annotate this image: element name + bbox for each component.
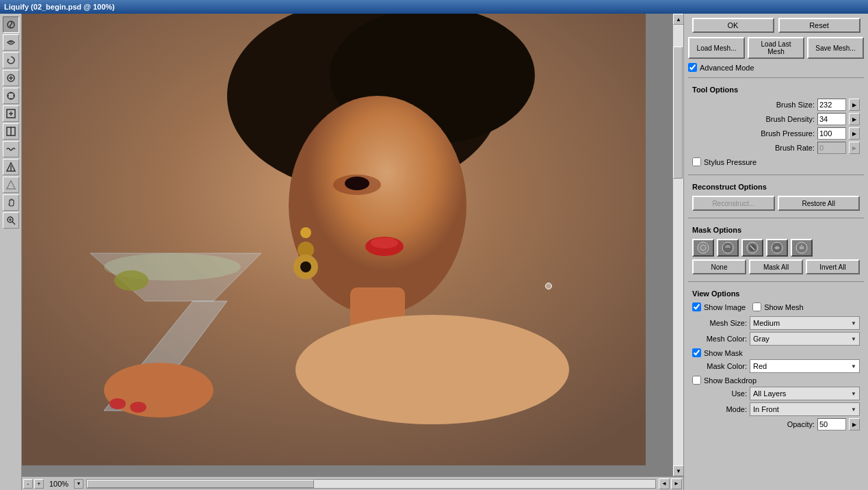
reset-button[interactable]: Reset (778, 18, 860, 33)
stylus-pressure-checkbox[interactable] (692, 157, 701, 166)
mask-icons-row (692, 239, 860, 257)
ok-button[interactable]: OK (692, 18, 774, 33)
scroll-thumb[interactable] (673, 47, 683, 179)
tool-pucker[interactable] (3, 70, 19, 86)
canvas-area: ▲ ▼ - + 100% ▾ ◄ ► (22, 14, 683, 490)
scroll-left-arrow[interactable]: ◄ (659, 478, 670, 489)
zoom-increase-btn[interactable]: + (34, 479, 44, 489)
view-options-content: Show Image Show Mesh Mesh Size: Medium ▼ (688, 300, 864, 435)
scroll-right-arrow[interactable]: ► (671, 478, 682, 489)
tool-bloat[interactable] (3, 88, 19, 104)
canvas-container[interactable] (22, 14, 672, 476)
mesh-buttons-row: Load Mesh... Load Last Mesh Save Mesh... (688, 37, 864, 59)
mask-all-button[interactable]: Mask All (749, 259, 803, 274)
mesh-size-value: Medium (753, 319, 780, 327)
zoom-decrease-btn[interactable]: - (23, 479, 33, 489)
show-mask-checkbox[interactable] (692, 348, 701, 357)
tool-turbulence[interactable] (3, 141, 19, 157)
brush-rate-input[interactable] (817, 142, 846, 154)
mask-icon-btn-1[interactable] (692, 239, 714, 257)
load-last-mesh-button[interactable]: Load Last Mesh (748, 37, 804, 59)
mode-dropdown[interactable]: In Front ▼ (750, 402, 860, 416)
mask-color-label: Mask Color: (699, 362, 747, 370)
mesh-color-row: Mesh Color: Gray ▼ (692, 332, 860, 346)
scroll-down-arrow[interactable]: ▼ (673, 465, 683, 476)
canvas-image[interactable] (22, 14, 646, 465)
mask-icon-btn-4[interactable] (766, 239, 788, 257)
brush-pressure-spinner[interactable]: ▶ (849, 127, 860, 140)
mask-icon-btn-3[interactable] (741, 239, 763, 257)
scroll-up-arrow[interactable]: ▲ (673, 14, 683, 25)
brush-pressure-label: Brush Pressure: (692, 129, 815, 138)
use-arrow: ▼ (851, 391, 856, 397)
brush-density-spinner[interactable]: ▶ (849, 113, 860, 125)
mesh-size-label: Mesh Size: (699, 319, 747, 327)
show-image-checkbox[interactable] (692, 302, 701, 311)
svg-marker-10 (7, 181, 15, 189)
opacity-label: Opacity: (692, 420, 815, 428)
ok-reset-row: OK Reset (688, 18, 864, 33)
mode-value: In Front (753, 405, 779, 413)
mask-color-dropdown[interactable]: Red ▼ (750, 359, 860, 373)
brush-rate-spinner[interactable]: ▶ (849, 142, 860, 154)
brush-pressure-input[interactable] (817, 127, 846, 140)
mask-color-row: Mask Color: Red ▼ (692, 359, 860, 373)
use-label: Use: (699, 389, 747, 398)
show-mesh-checkbox[interactable] (752, 302, 761, 311)
zoom-dropdown-btn[interactable]: ▾ (74, 479, 83, 489)
svg-point-28 (371, 237, 398, 248)
none-button[interactable]: None (692, 259, 746, 274)
stylus-pressure-row: Stylus Pressure (692, 156, 860, 168)
svg-point-35 (130, 402, 146, 413)
svg-point-20 (295, 315, 569, 424)
mask-options-content: None Mask All Invert All (688, 236, 864, 277)
tool-reconstruct[interactable] (3, 34, 19, 51)
tool-push-left[interactable] (3, 105, 19, 122)
brush-pressure-row: Brush Pressure: ▶ (692, 127, 860, 140)
mask-icon-btn-2[interactable] (717, 239, 739, 257)
brush-size-input[interactable] (817, 99, 846, 111)
show-mesh-row: Show Mesh (752, 302, 803, 311)
invert-all-button[interactable]: Invert All (806, 259, 860, 274)
mask-color-value: Red (753, 362, 767, 370)
tool-mirror[interactable] (3, 123, 19, 140)
h-scroll-thumb[interactable] (87, 480, 314, 488)
tool-options-section: Tool Options Brush Size: ▶ Brush Density… (688, 82, 864, 170)
separator-2 (688, 175, 864, 175)
tool-thaw-mask[interactable] (3, 177, 19, 193)
view-options-section: View Options Show Image Show Mesh Mesh S… (688, 286, 864, 435)
mesh-color-dropdown[interactable]: Gray ▼ (750, 332, 860, 346)
mesh-size-dropdown[interactable]: Medium ▼ (750, 316, 860, 330)
use-row: Use: All Layers ▼ (692, 387, 860, 400)
restore-all-button[interactable]: Restore All (778, 196, 860, 211)
tool-zoom[interactable] (3, 212, 19, 229)
mesh-color-arrow: ▼ (851, 336, 856, 342)
opacity-spinner[interactable]: ▶ (849, 418, 860, 430)
brush-density-input[interactable] (817, 113, 846, 125)
tool-freeze-mask[interactable] (3, 159, 19, 175)
advanced-mode-checkbox[interactable] (688, 63, 697, 72)
reconstruct-button[interactable]: Reconstruct... (692, 196, 775, 211)
scroll-track[interactable] (673, 25, 683, 465)
tool-twirl-cw[interactable] (3, 52, 19, 68)
svg-point-34 (109, 398, 126, 409)
horizontal-scrollbar[interactable] (86, 479, 656, 489)
use-dropdown[interactable]: All Layers ▼ (750, 387, 860, 400)
show-mask-label: Show Mask (704, 349, 743, 357)
mask-icon-btn-5[interactable] (791, 239, 813, 257)
mask-options-section: Mask Options (688, 222, 864, 277)
save-mesh-button[interactable]: Save Mesh... (807, 37, 864, 59)
opacity-input[interactable] (817, 418, 846, 430)
brush-size-spinner[interactable]: ▶ (849, 99, 860, 111)
mask-action-buttons: None Mask All Invert All (692, 259, 860, 274)
svg-point-26 (345, 177, 369, 190)
tool-warp[interactable] (3, 16, 19, 33)
svg-point-18 (289, 96, 466, 315)
brush-size-row: Brush Size: ▶ (692, 99, 860, 111)
vertical-scrollbar[interactable]: ▲ ▼ (672, 14, 683, 476)
use-value: All Layers (753, 389, 786, 398)
load-mesh-button[interactable]: Load Mesh... (688, 37, 745, 59)
right-panel: OK Reset Load Mesh... Load Last Mesh Sav… (683, 14, 868, 490)
tool-hand[interactable] (3, 194, 19, 211)
show-backdrop-checkbox[interactable] (692, 376, 701, 385)
